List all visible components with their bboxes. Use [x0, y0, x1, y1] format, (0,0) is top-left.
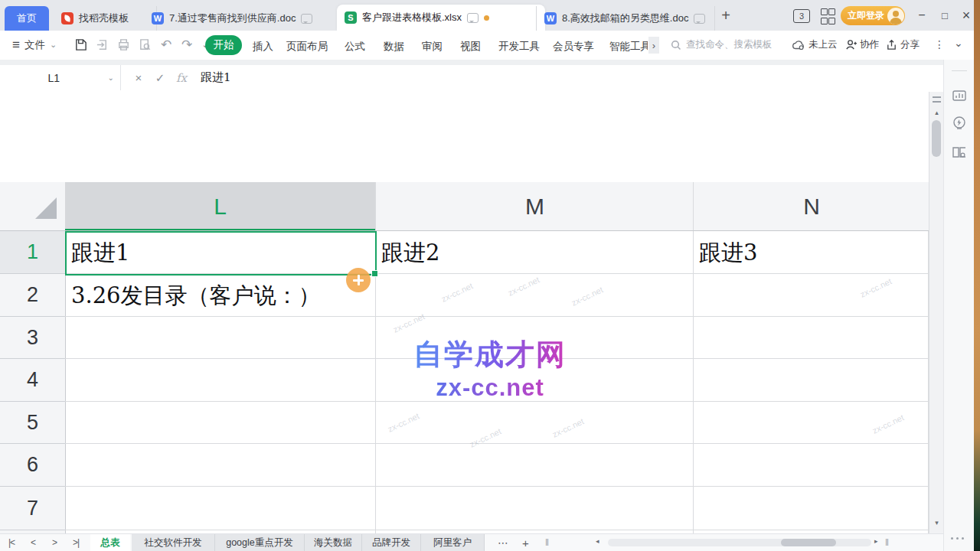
maximize-button[interactable]: □: [936, 6, 954, 24]
vertical-scrollbar[interactable]: ▴ ▾: [929, 92, 944, 533]
column-header-L[interactable]: L: [65, 182, 375, 231]
hscroll-right-icon[interactable]: ▸: [874, 537, 878, 545]
sheet-more-icon[interactable]: ⋯: [498, 534, 508, 551]
ribbon-tab-member[interactable]: 会员专享: [553, 40, 594, 54]
desktop-wallpaper-strip: [974, 0, 980, 551]
share-icon: [886, 39, 897, 51]
ribbon-tab-review[interactable]: 审阅: [422, 40, 443, 54]
chart-panel-icon[interactable]: [951, 87, 968, 104]
horizontal-scroll-thumb[interactable]: [781, 539, 836, 546]
add-sheet-button[interactable]: +: [522, 534, 529, 551]
row-header-5[interactable]: 5: [0, 402, 66, 444]
column-header-M[interactable]: M: [375, 182, 694, 231]
ribbon-tab-start[interactable]: 开始: [205, 35, 242, 55]
vertical-scroll-thumb[interactable]: [932, 120, 941, 157]
ribbon-search[interactable]: 查找命令、搜索模板: [671, 31, 773, 59]
sheet-doc-icon: S: [345, 11, 357, 24]
reading-book-icon[interactable]: [951, 144, 968, 161]
undo-button[interactable]: ↶: [157, 35, 175, 54]
cell-N1[interactable]: 跟进3: [699, 231, 757, 274]
window-switcher-icon[interactable]: 3: [793, 9, 810, 23]
sheet-tab-summary[interactable]: 总表: [90, 534, 130, 551]
row-header-2[interactable]: 2: [0, 274, 66, 317]
name-box[interactable]: L1 ⌄: [0, 65, 121, 90]
cell-M1[interactable]: 跟进2: [381, 231, 439, 274]
export-button[interactable]: [93, 35, 111, 54]
formula-cancel-button[interactable]: ×: [129, 65, 149, 90]
sidebar-divider: [952, 70, 967, 71]
tab-splitter-icon[interactable]: ‖: [885, 534, 889, 551]
sheet-nav-last[interactable]: >|: [66, 534, 86, 551]
cloud-label: 未上云: [808, 38, 838, 51]
scroll-down-icon[interactable]: ▾: [929, 519, 944, 527]
file-menu[interactable]: ≡ 文件 ⌄: [12, 31, 57, 59]
hamburger-icon: ≡: [12, 37, 20, 53]
ribbon-tab-insert[interactable]: 插入: [253, 40, 273, 54]
tab-active-spreadsheet[interactable]: S 客户跟进表格模板.xlsx: [337, 5, 545, 31]
effects-tool-icon[interactable]: [951, 115, 968, 132]
close-button[interactable]: ×: [957, 6, 975, 24]
row-header-3[interactable]: 3: [0, 317, 66, 359]
tab-label: 8.高效找邮箱的另类思维.doc: [562, 11, 688, 25]
tab-doc-email[interactable]: W 8.高效找邮箱的另类思维.doc: [536, 6, 715, 31]
home-tab-label: 首页: [17, 11, 37, 25]
share-button[interactable]: 分享: [886, 31, 920, 59]
column-header-N[interactable]: N: [693, 182, 929, 231]
print-preview-button[interactable]: [136, 35, 154, 54]
collapse-ribbon-icon[interactable]: ⌄: [954, 37, 963, 49]
tile-watermark: zx-cc.net: [871, 412, 906, 435]
name-box-caret-icon[interactable]: ⌄: [108, 73, 114, 82]
tab-splitter-icon[interactable]: ‖: [545, 534, 549, 551]
ribbon: ≡ 文件 ⌄ ↶ ↷ ⌄ 开始 插入 页面布局 公式 数据 审阅 视图 开发工具…: [0, 31, 980, 60]
new-tab-button[interactable]: +: [717, 6, 735, 24]
tab-docer-templates[interactable]: 找稻壳模板: [54, 6, 157, 31]
print-button[interactable]: [114, 35, 132, 54]
tile-watermark: zx-cc.net: [440, 281, 475, 303]
spreadsheet-grid: L M N 1 2 3 4 5 6 7 8 9 zx-cc.net zx-cc.…: [0, 90, 943, 533]
ribbon-tab-devtools[interactable]: 开发工具: [498, 40, 540, 54]
sheet-tab-customs[interactable]: 海关数据: [305, 534, 362, 551]
row-header-1[interactable]: 1: [0, 231, 66, 274]
ribbon-tab-view[interactable]: 视图: [460, 40, 481, 54]
ribbon-tabs-overflow-chevron-icon[interactable]: ›: [648, 37, 659, 54]
ribbon-tab-pagelayout[interactable]: 页面布局: [286, 40, 328, 54]
sheet-tab-brand[interactable]: 品牌开发: [362, 534, 421, 551]
cloud-status[interactable]: 未上云: [792, 31, 838, 59]
ribbon-tab-formula[interactable]: 公式: [345, 40, 365, 54]
row-header-7[interactable]: 7: [0, 487, 66, 530]
workspace-grid-icon[interactable]: [821, 8, 834, 24]
gridline: [693, 231, 694, 533]
split-handle-icon[interactable]: [933, 96, 941, 103]
insert-function-button[interactable]: fx: [172, 65, 191, 90]
tile-watermark: zx-cc.net: [507, 275, 541, 297]
row-header-6[interactable]: 6: [0, 444, 66, 487]
sheet-nav-first[interactable]: |<: [2, 534, 21, 551]
save-button[interactable]: [71, 35, 90, 54]
collaborate-button[interactable]: 协作: [845, 31, 879, 59]
collaborate-icon: [845, 39, 857, 51]
ribbon-tab-data[interactable]: 数据: [384, 40, 404, 54]
share-label: 分享: [900, 38, 920, 51]
minimize-button[interactable]: −: [913, 6, 931, 24]
fill-handle[interactable]: [371, 270, 378, 277]
formula-confirm-button[interactable]: ✓: [150, 65, 170, 90]
sheet-tab-alibaba[interactable]: 阿里客户: [421, 534, 485, 551]
hscroll-left-icon[interactable]: ◂: [596, 537, 599, 545]
formula-input-value[interactable]: 跟进1: [201, 65, 231, 90]
more-options-icon[interactable]: ⋮: [934, 38, 945, 51]
home-tab[interactable]: 首页: [5, 6, 49, 31]
sheet-nav-next[interactable]: >: [44, 534, 64, 551]
tile-watermark: zx-cc.net: [387, 411, 421, 433]
row-header-4[interactable]: 4: [0, 359, 66, 402]
unsaved-dot-icon: [484, 15, 489, 21]
sidebar-more-icon[interactable]: [951, 537, 964, 540]
sheet-tab-google[interactable]: google重点开发: [215, 534, 305, 551]
scroll-up-icon[interactable]: ▴: [929, 109, 944, 116]
sheet-nav-prev[interactable]: <: [23, 534, 43, 551]
redo-button[interactable]: ↷: [178, 35, 196, 54]
ribbon-tab-smarttools[interactable]: 智能工具: [609, 40, 648, 54]
sheet-tab-social[interactable]: 社交软件开发: [132, 534, 215, 551]
cell-L2[interactable]: 3.26发目录（客户说：）: [71, 274, 321, 317]
login-button[interactable]: 立即登录: [841, 6, 905, 25]
tab-doc-retailer[interactable]: W 7.通过零售商找到供应商.doc: [144, 6, 345, 31]
